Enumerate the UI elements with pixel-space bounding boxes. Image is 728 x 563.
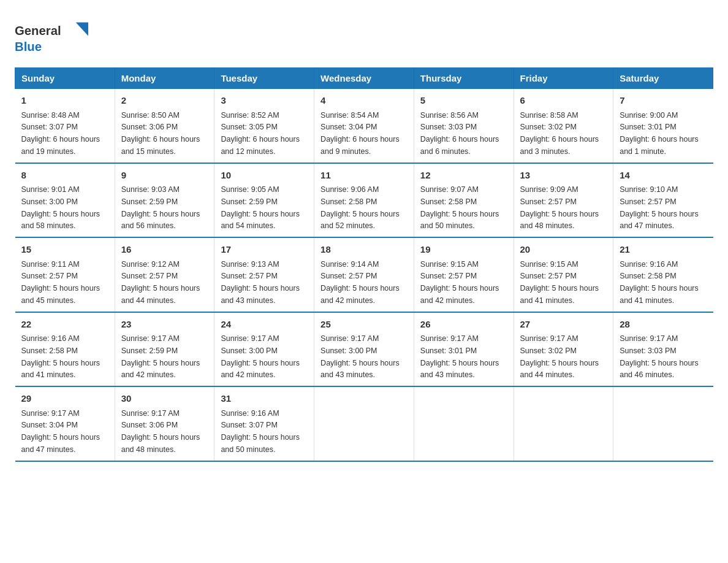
day-number: 14	[620, 169, 707, 183]
svg-text:Blue: Blue	[15, 40, 42, 53]
day-info: Sunrise: 8:58 AMSunset: 3:02 PMDaylight:…	[520, 111, 599, 156]
day-cell	[514, 386, 613, 461]
day-cell: 26 Sunrise: 9:17 AMSunset: 3:01 PMDaylig…	[414, 312, 514, 387]
day-info: Sunrise: 8:52 AMSunset: 3:05 PMDaylight:…	[221, 111, 300, 156]
day-info: Sunrise: 9:15 AMSunset: 2:57 PMDaylight:…	[520, 260, 599, 305]
day-number: 18	[320, 243, 408, 257]
day-info: Sunrise: 9:11 AMSunset: 2:57 PMDaylight:…	[21, 260, 100, 305]
day-number: 2	[121, 94, 208, 108]
day-info: Sunrise: 9:15 AMSunset: 2:57 PMDaylight:…	[420, 260, 499, 305]
day-number: 25	[320, 318, 408, 332]
day-number: 3	[221, 94, 308, 108]
day-number: 5	[420, 94, 507, 108]
day-info: Sunrise: 9:17 AMSunset: 3:04 PMDaylight:…	[21, 409, 100, 454]
col-header-wednesday: Wednesday	[314, 68, 414, 89]
day-cell: 17 Sunrise: 9:13 AMSunset: 2:57 PMDaylig…	[214, 237, 314, 312]
week-row-2: 8 Sunrise: 9:01 AMSunset: 3:00 PMDayligh…	[15, 163, 713, 238]
day-info: Sunrise: 9:16 AMSunset: 2:58 PMDaylight:…	[620, 260, 699, 305]
day-info: Sunrise: 9:17 AMSunset: 2:59 PMDaylight:…	[121, 334, 200, 379]
day-cell: 2 Sunrise: 8:50 AMSunset: 3:06 PMDayligh…	[115, 89, 214, 163]
day-number: 15	[21, 243, 108, 257]
week-row-4: 22 Sunrise: 9:16 AMSunset: 2:58 PMDaylig…	[15, 312, 713, 387]
day-cell: 25 Sunrise: 9:17 AMSunset: 3:00 PMDaylig…	[314, 312, 414, 387]
col-header-sunday: Sunday	[15, 68, 115, 89]
col-header-tuesday: Tuesday	[214, 68, 314, 89]
day-number: 17	[221, 243, 308, 257]
day-cell	[613, 386, 713, 461]
day-number: 10	[221, 169, 308, 183]
day-number: 9	[121, 169, 208, 183]
day-cell: 4 Sunrise: 8:54 AMSunset: 3:04 PMDayligh…	[314, 89, 414, 163]
day-cell: 28 Sunrise: 9:17 AMSunset: 3:03 PMDaylig…	[613, 312, 713, 387]
day-number: 26	[420, 318, 507, 332]
day-number: 20	[520, 243, 607, 257]
day-cell	[314, 386, 414, 461]
day-info: Sunrise: 9:07 AMSunset: 2:58 PMDaylight:…	[420, 185, 499, 230]
day-info: Sunrise: 9:17 AMSunset: 3:06 PMDaylight:…	[121, 409, 200, 454]
day-info: Sunrise: 8:50 AMSunset: 3:06 PMDaylight:…	[121, 111, 200, 156]
day-info: Sunrise: 9:12 AMSunset: 2:57 PMDaylight:…	[121, 260, 200, 305]
day-info: Sunrise: 8:48 AMSunset: 3:07 PMDaylight:…	[21, 111, 100, 156]
week-row-3: 15 Sunrise: 9:11 AMSunset: 2:57 PMDaylig…	[15, 237, 713, 312]
day-cell: 16 Sunrise: 9:12 AMSunset: 2:57 PMDaylig…	[115, 237, 214, 312]
day-cell: 7 Sunrise: 9:00 AMSunset: 3:01 PMDayligh…	[613, 89, 713, 163]
day-info: Sunrise: 9:16 AMSunset: 3:07 PMDaylight:…	[221, 409, 300, 454]
day-cell: 20 Sunrise: 9:15 AMSunset: 2:57 PMDaylig…	[514, 237, 613, 312]
day-cell: 14 Sunrise: 9:10 AMSunset: 2:57 PMDaylig…	[613, 163, 713, 238]
day-cell: 21 Sunrise: 9:16 AMSunset: 2:58 PMDaylig…	[613, 237, 713, 312]
day-number: 1	[21, 94, 108, 108]
calendar-header: SundayMondayTuesdayWednesdayThursdayFrid…	[15, 68, 713, 89]
day-number: 29	[21, 392, 108, 406]
day-number: 8	[21, 169, 108, 183]
col-header-saturday: Saturday	[613, 68, 713, 89]
calendar-table: SundayMondayTuesdayWednesdayThursdayFrid…	[15, 67, 713, 462]
day-number: 24	[221, 318, 308, 332]
col-header-thursday: Thursday	[414, 68, 514, 89]
day-info: Sunrise: 9:17 AMSunset: 3:02 PMDaylight:…	[520, 334, 599, 379]
day-cell: 6 Sunrise: 8:58 AMSunset: 3:02 PMDayligh…	[514, 89, 613, 163]
day-info: Sunrise: 9:16 AMSunset: 2:58 PMDaylight:…	[21, 334, 100, 379]
week-row-1: 1 Sunrise: 8:48 AMSunset: 3:07 PMDayligh…	[15, 89, 713, 163]
day-cell: 18 Sunrise: 9:14 AMSunset: 2:57 PMDaylig…	[314, 237, 414, 312]
day-number: 16	[121, 243, 208, 257]
day-cell: 24 Sunrise: 9:17 AMSunset: 3:00 PMDaylig…	[214, 312, 314, 387]
day-info: Sunrise: 9:03 AMSunset: 2:59 PMDaylight:…	[121, 185, 200, 230]
day-number: 12	[420, 169, 507, 183]
day-info: Sunrise: 9:13 AMSunset: 2:57 PMDaylight:…	[221, 260, 300, 305]
day-number: 27	[520, 318, 607, 332]
day-cell: 10 Sunrise: 9:05 AMSunset: 2:59 PMDaylig…	[214, 163, 314, 238]
col-header-friday: Friday	[514, 68, 613, 89]
col-header-monday: Monday	[115, 68, 214, 89]
day-number: 31	[221, 392, 308, 406]
day-info: Sunrise: 9:06 AMSunset: 2:58 PMDaylight:…	[320, 185, 400, 230]
day-info: Sunrise: 9:05 AMSunset: 2:59 PMDaylight:…	[221, 185, 300, 230]
day-info: Sunrise: 9:17 AMSunset: 3:03 PMDaylight:…	[620, 334, 699, 379]
day-cell: 31 Sunrise: 9:16 AMSunset: 3:07 PMDaylig…	[214, 386, 314, 461]
day-cell: 23 Sunrise: 9:17 AMSunset: 2:59 PMDaylig…	[115, 312, 214, 387]
day-cell: 1 Sunrise: 8:48 AMSunset: 3:07 PMDayligh…	[15, 89, 115, 163]
day-number: 23	[121, 318, 208, 332]
page-header: General Blue	[15, 15, 713, 58]
day-number: 11	[320, 169, 408, 183]
day-info: Sunrise: 9:10 AMSunset: 2:57 PMDaylight:…	[620, 185, 699, 230]
day-cell: 27 Sunrise: 9:17 AMSunset: 3:02 PMDaylig…	[514, 312, 613, 387]
day-cell: 3 Sunrise: 8:52 AMSunset: 3:05 PMDayligh…	[214, 89, 314, 163]
day-cell: 8 Sunrise: 9:01 AMSunset: 3:00 PMDayligh…	[15, 163, 115, 238]
day-info: Sunrise: 8:54 AMSunset: 3:04 PMDaylight:…	[320, 111, 400, 156]
day-cell: 29 Sunrise: 9:17 AMSunset: 3:04 PMDaylig…	[15, 386, 115, 461]
day-number: 28	[620, 318, 707, 332]
day-cell: 22 Sunrise: 9:16 AMSunset: 2:58 PMDaylig…	[15, 312, 115, 387]
day-number: 4	[320, 94, 408, 108]
day-cell: 12 Sunrise: 9:07 AMSunset: 2:58 PMDaylig…	[414, 163, 514, 238]
day-number: 22	[21, 318, 108, 332]
day-info: Sunrise: 9:17 AMSunset: 3:01 PMDaylight:…	[420, 334, 499, 379]
day-cell	[414, 386, 514, 461]
day-cell: 11 Sunrise: 9:06 AMSunset: 2:58 PMDaylig…	[314, 163, 414, 238]
day-cell: 15 Sunrise: 9:11 AMSunset: 2:57 PMDaylig…	[15, 237, 115, 312]
day-cell: 19 Sunrise: 9:15 AMSunset: 2:57 PMDaylig…	[414, 237, 514, 312]
day-info: Sunrise: 9:17 AMSunset: 3:00 PMDaylight:…	[221, 334, 300, 379]
day-number: 7	[620, 94, 707, 108]
svg-text:General: General	[15, 24, 61, 37]
day-number: 19	[420, 243, 507, 257]
logo: General Blue	[15, 15, 88, 58]
